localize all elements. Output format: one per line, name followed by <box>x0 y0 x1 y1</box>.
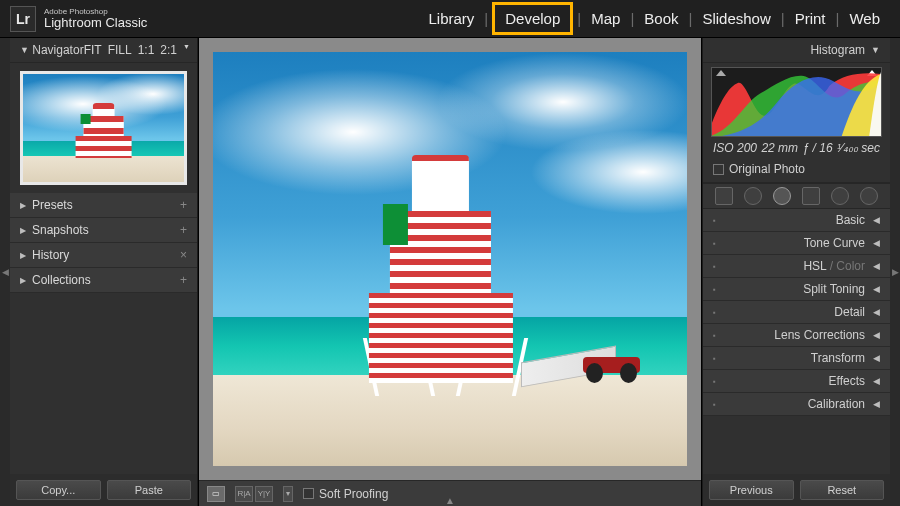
panel-tone-curve[interactable]: ▪Tone Curve◀ <box>703 232 890 255</box>
copy-button[interactable]: Copy... <box>16 480 101 500</box>
module-library[interactable]: Library <box>422 6 480 31</box>
panel-switch-icon[interactable]: ▪ <box>713 262 716 271</box>
original-photo-toggle[interactable]: Original Photo <box>703 159 890 183</box>
chevron-left-icon: ◀ <box>873 376 880 386</box>
histogram-header[interactable]: Histogram ▼ <box>703 38 890 63</box>
panel-label: History <box>32 248 180 262</box>
chevron-left-icon: ◀ <box>873 307 880 317</box>
panel-effects[interactable]: ▪Effects◀ <box>703 370 890 393</box>
chevron-left-icon: ◀ <box>873 353 880 363</box>
previous-button[interactable]: Previous <box>709 480 794 500</box>
zoom-1-1[interactable]: 1:1 <box>138 43 155 57</box>
panel-split-toning[interactable]: ▪Split Toning◀ <box>703 278 890 301</box>
panel-hsl[interactable]: ▪HSL / Color◀ <box>703 255 890 278</box>
original-label: Original Photo <box>729 162 805 176</box>
panel-basic[interactable]: ▪Basic◀ <box>703 209 890 232</box>
panel-switch-icon[interactable]: ▪ <box>713 216 716 225</box>
expand-icon: ▼ <box>871 45 880 55</box>
brand-big: Lightroom Classic <box>44 16 147 29</box>
module-slideshow[interactable]: Slideshow <box>696 6 776 31</box>
panel-label: Presets <box>32 198 180 212</box>
module-sep: | <box>832 10 844 27</box>
local-tools <box>703 183 890 209</box>
panel-switch-icon[interactable]: ▪ <box>713 308 716 317</box>
before-after-lr-icon[interactable]: R|A <box>235 486 253 502</box>
chevron-right-icon: ▶ <box>20 226 26 235</box>
module-develop[interactable]: Develop <box>492 2 573 35</box>
zoom-more-icon[interactable]: ▼ <box>183 43 190 57</box>
module-switcher: Library | Develop | Map | Book | Slidesh… <box>422 2 900 35</box>
reset-button[interactable]: Reset <box>800 480 885 500</box>
paste-button[interactable]: Paste <box>107 480 192 500</box>
soft-proofing-toggle[interactable]: Soft Proofing <box>303 487 388 501</box>
left-edge-toggle[interactable]: ◀ <box>0 38 10 506</box>
panel-calibration[interactable]: ▪Calibration◀ <box>703 393 890 416</box>
brush-tool-icon[interactable] <box>860 187 878 205</box>
panel-badge[interactable]: + <box>180 223 187 237</box>
expand-icon: ▼ <box>20 45 29 55</box>
chevron-right-icon: ▶ <box>892 267 899 277</box>
zoom-2-1[interactable]: 2:1 <box>160 43 177 57</box>
before-after-tb-icon[interactable]: Y|Y <box>255 486 273 502</box>
spot-tool-icon[interactable] <box>744 187 762 205</box>
panel-lens-corrections[interactable]: ▪Lens Corrections◀ <box>703 324 890 347</box>
panel-switch-icon[interactable]: ▪ <box>713 377 716 386</box>
panel-collections[interactable]: ▶ Collections + <box>10 268 197 293</box>
panel-history[interactable]: ▶ History × <box>10 243 197 268</box>
chevron-left-icon: ◀ <box>873 399 880 409</box>
panel-snapshots[interactable]: ▶ Snapshots + <box>10 218 197 243</box>
panel-switch-icon[interactable]: ▪ <box>713 285 716 294</box>
panel-presets[interactable]: ▶ Presets + <box>10 193 197 218</box>
main-area: ◀ ▼ Navigator FIT FILL 1:1 2:1 ▼ ▶ Prese… <box>0 38 900 506</box>
panel-badge[interactable]: + <box>180 273 187 287</box>
module-sep: | <box>573 10 585 27</box>
module-map[interactable]: Map <box>585 6 626 31</box>
loupe-view-icon[interactable]: ▭ <box>207 486 225 502</box>
panel-badge[interactable]: × <box>180 248 187 262</box>
zoom-fit[interactable]: FIT <box>84 43 102 57</box>
radial-tool-icon[interactable] <box>831 187 849 205</box>
top-bar: Lr Adobe Photoshop Lightroom Classic Lib… <box>0 0 900 38</box>
panel-detail[interactable]: ▪Detail◀ <box>703 301 890 324</box>
right-edge-toggle[interactable]: ▶ <box>890 38 900 506</box>
right-panel: Histogram ▼ ISO 200 22 mm ƒ / 16 ¹⁄₄₀₀ s… <box>702 38 890 506</box>
module-sep: | <box>480 10 492 27</box>
histogram[interactable] <box>711 67 882 137</box>
chevron-left-icon: ◀ <box>873 330 880 340</box>
panel-switch-icon[interactable]: ▪ <box>713 331 716 340</box>
zoom-fill[interactable]: FILL <box>108 43 132 57</box>
panel-badge[interactable]: + <box>180 198 187 212</box>
checkbox-icon <box>303 488 314 499</box>
panel-switch-icon[interactable]: ▪ <box>713 400 716 409</box>
navigator-zoom: FIT FILL 1:1 2:1 ▼ <box>84 43 190 57</box>
toolbar-more-icon[interactable]: ▾ <box>283 486 293 502</box>
chevron-right-icon: ▶ <box>20 251 26 260</box>
chevron-left-icon: ◀ <box>873 284 880 294</box>
right-panel-list: ▪Basic◀ ▪Tone Curve◀ ▪HSL / Color◀ ▪Spli… <box>703 209 890 474</box>
panel-label: Calibration <box>808 397 865 411</box>
crop-tool-icon[interactable] <box>715 187 733 205</box>
module-web[interactable]: Web <box>843 6 886 31</box>
panel-label: Transform <box>811 351 865 365</box>
panel-switch-icon[interactable]: ▪ <box>713 239 716 248</box>
gradient-tool-icon[interactable] <box>802 187 820 205</box>
image-viewer[interactable] <box>199 38 701 480</box>
panel-label: Basic <box>836 213 865 227</box>
panel-label: Effects <box>829 374 865 388</box>
histogram-title: Histogram <box>810 43 865 57</box>
module-sep: | <box>626 10 638 27</box>
panel-switch-icon[interactable]: ▪ <box>713 354 716 363</box>
navigator-thumbnail[interactable] <box>20 71 187 185</box>
redeye-tool-icon[interactable] <box>773 187 791 205</box>
panel-label: Tone Curve <box>804 236 865 250</box>
navigator-header[interactable]: ▼ Navigator FIT FILL 1:1 2:1 ▼ <box>10 38 197 63</box>
filmstrip-toggle-icon[interactable]: ▲ <box>445 495 455 506</box>
histogram-exif: ISO 200 22 mm ƒ / 16 ¹⁄₄₀₀ sec <box>703 139 890 159</box>
exif-iso: ISO 200 <box>713 141 757 155</box>
chevron-left-icon: ◀ <box>873 238 880 248</box>
panel-label: Detail <box>834 305 865 319</box>
soft-proofing-label: Soft Proofing <box>319 487 388 501</box>
module-print[interactable]: Print <box>789 6 832 31</box>
module-book[interactable]: Book <box>638 6 684 31</box>
panel-transform[interactable]: ▪Transform◀ <box>703 347 890 370</box>
